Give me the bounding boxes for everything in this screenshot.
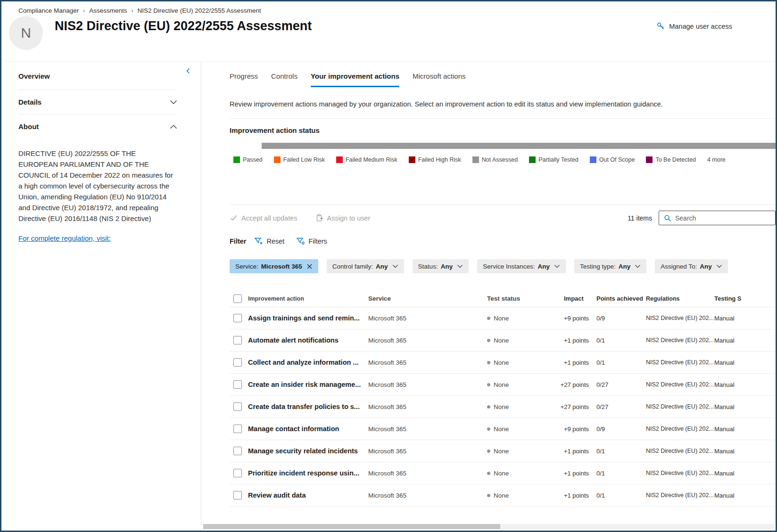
testing-source-cell: Manual: [714, 403, 776, 410]
chevron-down-icon: [170, 100, 177, 105]
action-name: Automate alert notifications: [248, 336, 368, 344]
chip-value: Microsoft 365: [261, 263, 302, 270]
regulation-link[interactable]: For complete regulation, visit:: [18, 234, 111, 242]
table-row[interactable]: Manage security related incidentsMicroso…: [230, 440, 776, 462]
action-name: Manage contact information: [248, 425, 368, 433]
regulations-cell: NIS2 Directive (EU) 202...: [646, 403, 714, 410]
select-all-checkbox[interactable]: [233, 295, 242, 303]
status-legend: PassedFailed Low RiskFailed Medium RiskF…: [230, 156, 776, 163]
test-status-cell: None: [487, 315, 560, 322]
legend-more-label[interactable]: 4 more: [707, 156, 726, 163]
table-row[interactable]: Manage contact informationMicrosoft 365N…: [230, 418, 776, 440]
sidebar-item-about[interactable]: About: [18, 115, 177, 139]
row-checkbox-cell: [230, 314, 248, 322]
test-status-cell: None: [487, 381, 560, 388]
breadcrumb-item-assessments[interactable]: Assessments: [89, 7, 127, 14]
points-achieved-cell: 0/27: [596, 403, 646, 410]
row-checkbox[interactable]: [233, 491, 242, 499]
impact-cell: +1 points: [560, 492, 596, 499]
table-row[interactable]: Review audit dataMicrosoft 365None+1 poi…: [230, 484, 776, 507]
horizontal-scrollbar[interactable]: [203, 524, 774, 529]
sidebar-details-label: Details: [18, 98, 41, 106]
filter-chip-service-instances[interactable]: Service Instances:Any: [477, 259, 566, 273]
search-box[interactable]: [659, 211, 776, 225]
row-checkbox[interactable]: [233, 380, 242, 389]
action-name: Assign trainings and send remin...: [248, 314, 368, 322]
body: Overview Details About DIRECTIVE (EU) 20…: [1, 61, 776, 526]
search-input[interactable]: [675, 214, 760, 222]
action-name: Collect and analyze information ...: [248, 359, 368, 366]
filter-chip-control-family[interactable]: Control family:Any: [327, 259, 404, 273]
row-checkbox[interactable]: [233, 447, 242, 455]
checkmark-icon: [230, 214, 238, 222]
accept-all-updates-button[interactable]: Accept all updates: [230, 214, 298, 222]
table-row[interactable]: Prioritize incident response usin...Micr…: [230, 462, 776, 484]
row-checkbox[interactable]: [233, 336, 242, 344]
service-cell: Microsoft 365: [368, 470, 487, 477]
table-row[interactable]: Collect and analyze information ...Micro…: [230, 352, 776, 374]
row-checkbox[interactable]: [233, 358, 242, 367]
action-name: Create data transfer policies to s...: [248, 403, 368, 410]
filter-chip-status[interactable]: Status:Any: [413, 259, 469, 273]
breadcrumb-separator: ›: [132, 8, 133, 14]
sidebar-item-overview[interactable]: Overview: [18, 72, 177, 90]
legend-item-failed-medium-risk: Failed Medium Risk: [336, 156, 397, 163]
table-row[interactable]: Create data transfer policies to s...Mic…: [230, 396, 776, 418]
legend-swatch: [336, 156, 343, 163]
legend-item-failed-low-risk: Failed Low Risk: [274, 156, 325, 163]
table-row[interactable]: Create an insider risk manageme...Micros…: [230, 374, 776, 396]
chip-label: Status:: [418, 263, 438, 270]
points-achieved-cell: 0/9: [596, 426, 646, 433]
row-checkbox[interactable]: [233, 314, 242, 322]
manage-user-access-button[interactable]: Manage user access: [656, 22, 732, 31]
command-bar: Accept all updates Assign to user 11 ite…: [230, 205, 776, 228]
row-checkbox-cell: [230, 469, 248, 477]
test-status-label: None: [494, 492, 509, 499]
column-header-test-status: Test status: [487, 295, 560, 302]
service-cell: Microsoft 365: [368, 315, 487, 322]
table-row[interactable]: Automate alert notificationsMicrosoft 36…: [230, 329, 776, 352]
tab-microsoft-actions[interactable]: Microsoft actions: [413, 72, 466, 87]
row-checkbox[interactable]: [233, 425, 242, 433]
tab-progress[interactable]: Progress: [230, 72, 258, 87]
breadcrumb: Compliance Manager›Assessments›NIS2 Dire…: [1, 1, 776, 14]
filter-chip-service[interactable]: Service:Microsoft 365: [230, 259, 318, 273]
status-dot-icon: [487, 383, 490, 386]
regulations-cell: NIS2 Directive (EU) 202...: [646, 337, 714, 344]
chip-label: Service Instances:: [483, 263, 535, 270]
filters-button[interactable]: Filters: [297, 237, 327, 245]
assign-to-user-button[interactable]: Assign to user: [315, 214, 371, 222]
clipboard-icon: [315, 214, 323, 222]
table-header-row: Improvement actionServiceTest statusImpa…: [230, 290, 776, 307]
breadcrumb-item-compliance-manager[interactable]: Compliance Manager: [18, 7, 79, 14]
header: N NIS2 Directive (EU) 2022/2555 Assessme…: [1, 14, 776, 61]
chip-value: Any: [537, 263, 550, 270]
assign-to-user-label: Assign to user: [327, 214, 371, 222]
sidebar-collapse-button[interactable]: [185, 67, 191, 74]
filter-chip-testing-type[interactable]: Testing type:Any: [574, 259, 646, 273]
page-title: NIS2 Directive (EU) 2022/2555 Assessment: [55, 19, 312, 33]
chip-label: Service:: [235, 263, 258, 270]
action-name: Create an insider risk manageme...: [248, 381, 368, 388]
filter-chip-assigned-to[interactable]: Assigned To:Any: [655, 259, 728, 273]
sidebar: Overview Details About DIRECTIVE (EU) 20…: [1, 62, 201, 526]
row-checkbox[interactable]: [233, 402, 242, 411]
testing-source-cell: Manual: [714, 426, 776, 433]
sidebar-item-details[interactable]: Details: [18, 90, 177, 115]
scrollbar-thumb[interactable]: [203, 524, 500, 529]
row-checkbox[interactable]: [233, 469, 242, 477]
legend-label: Failed High Risk: [418, 156, 461, 163]
action-name: Manage security related incidents: [248, 447, 368, 455]
service-cell: Microsoft 365: [368, 426, 487, 433]
reset-filters-button[interactable]: Reset: [255, 237, 284, 245]
table-row[interactable]: Assign trainings and send remin...Micros…: [230, 307, 776, 329]
legend-item-partially-tested: Partially Tested: [529, 156, 579, 163]
test-status-cell: None: [487, 403, 560, 410]
impact-cell: +27 points: [560, 381, 596, 388]
tab-your-improvement-actions[interactable]: Your improvement actions: [311, 72, 399, 87]
tab-controls[interactable]: Controls: [271, 72, 298, 87]
legend-swatch: [529, 156, 536, 163]
reset-label: Reset: [266, 237, 284, 245]
close-icon[interactable]: [306, 263, 313, 270]
testing-source-cell: Manual: [714, 359, 776, 366]
